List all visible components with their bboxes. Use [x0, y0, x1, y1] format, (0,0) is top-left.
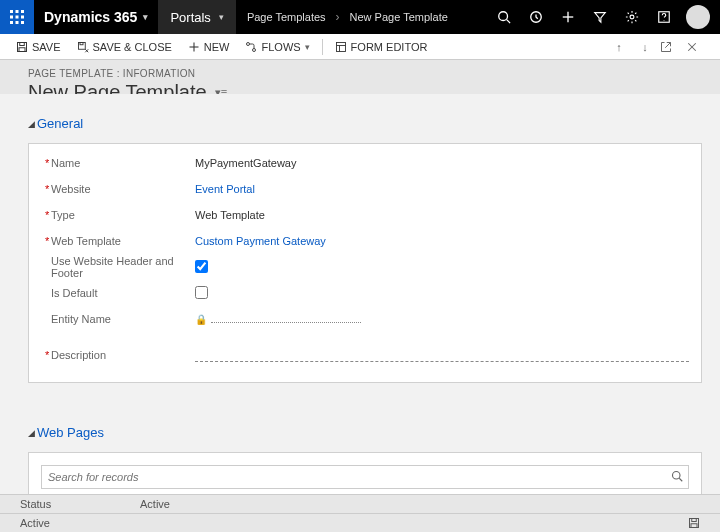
svg-rect-4	[16, 16, 19, 19]
recent-button[interactable]	[520, 0, 552, 34]
svg-rect-1	[16, 10, 19, 13]
field-description-label: Description	[45, 349, 195, 361]
use-hf-checkbox[interactable]	[195, 260, 208, 273]
help-button[interactable]	[648, 0, 680, 34]
command-bar: SAVE SAVE & CLOSE NEW FLOWS ▾ FORM EDITO…	[0, 34, 720, 60]
breadcrumb-current: New Page Template	[340, 11, 458, 23]
command-bar-right: ↑ ↓	[608, 41, 712, 53]
svg-line-32	[679, 478, 682, 481]
chevron-down-icon: ▾	[305, 42, 310, 52]
nav-down-button[interactable]: ↓	[634, 41, 656, 53]
webpages-search	[41, 465, 689, 489]
status-value: Active	[140, 498, 170, 510]
svg-rect-26	[336, 42, 345, 51]
form-body: ◢ General Name MyPaymentGateway Website …	[0, 94, 720, 494]
new-label: NEW	[204, 41, 230, 53]
field-type: Type Web Template	[41, 202, 689, 228]
field-is-default-label: Is Default	[45, 287, 195, 299]
field-web-template: Web Template Custom Payment Gateway	[41, 228, 689, 254]
area-tab-label: Portals	[170, 10, 210, 25]
field-is-default: Is Default	[41, 280, 689, 306]
svg-rect-35	[691, 524, 697, 528]
form-editor-label: FORM EDITOR	[351, 41, 428, 53]
svg-rect-19	[19, 47, 25, 51]
footer-save-button[interactable]	[688, 517, 700, 529]
chevron-down-icon: ▾	[219, 12, 224, 22]
search-button[interactable]	[488, 0, 520, 34]
app-launcher-button[interactable]	[0, 0, 34, 34]
status-row: Status Active	[0, 494, 720, 513]
save-and-close-button[interactable]: SAVE & CLOSE	[69, 41, 180, 53]
divider	[322, 39, 323, 55]
breadcrumb-parent[interactable]: Page Templates	[237, 11, 336, 23]
svg-rect-8	[21, 21, 24, 24]
svg-point-15	[630, 15, 634, 19]
active-row: Active	[0, 513, 720, 532]
close-button[interactable]	[686, 41, 708, 53]
settings-button[interactable]	[616, 0, 648, 34]
field-website: Website Event Portal	[41, 176, 689, 202]
field-type-value[interactable]: Web Template	[195, 209, 689, 221]
field-description-value[interactable]	[195, 348, 689, 362]
field-description: Description	[41, 342, 689, 368]
svg-rect-3	[10, 16, 13, 19]
save-label: SAVE	[32, 41, 61, 53]
svg-marker-14	[595, 13, 606, 23]
field-web-template-label: Web Template	[45, 235, 195, 247]
svg-rect-5	[21, 16, 24, 19]
global-nav-left: Dynamics 365 ▾ Portals ▾ Page Templates …	[0, 0, 458, 34]
global-nav-right	[488, 0, 720, 34]
filter-button[interactable]	[584, 0, 616, 34]
svg-rect-2	[21, 10, 24, 13]
chevron-down-icon: ▾	[143, 12, 148, 22]
svg-point-31	[673, 471, 681, 479]
section-general-header[interactable]: ◢ General	[28, 112, 702, 135]
field-website-value[interactable]: Event Portal	[195, 183, 689, 195]
svg-rect-21	[80, 42, 83, 44]
popout-button[interactable]	[660, 41, 682, 53]
search-icon[interactable]	[666, 470, 688, 485]
field-entity-name: Entity Name 🔒	[41, 306, 689, 332]
save-close-label: SAVE & CLOSE	[93, 41, 172, 53]
svg-point-24	[247, 42, 250, 45]
section-general: Name MyPaymentGateway Website Event Port…	[28, 143, 702, 383]
brand-menu[interactable]: Dynamics 365 ▾	[34, 9, 158, 25]
field-website-label: Website	[45, 183, 195, 195]
status-label: Status	[20, 498, 140, 510]
area-tab-portals[interactable]: Portals ▾	[158, 0, 235, 34]
form-editor-button[interactable]: FORM EDITOR	[327, 41, 436, 53]
lock-icon: 🔒	[195, 314, 207, 325]
status-footer: Status Active Active	[0, 494, 720, 532]
svg-line-10	[507, 20, 511, 24]
section-webpages-label: Web Pages	[37, 425, 104, 440]
collapse-icon: ◢	[28, 119, 35, 129]
svg-rect-7	[16, 21, 19, 24]
save-button[interactable]: SAVE	[8, 41, 69, 53]
global-nav: Dynamics 365 ▾ Portals ▾ Page Templates …	[0, 0, 720, 34]
is-default-checkbox[interactable]	[195, 286, 208, 299]
add-button[interactable]	[552, 0, 584, 34]
field-is-default-value	[195, 286, 689, 301]
avatar[interactable]	[686, 5, 710, 29]
collapse-icon: ◢	[28, 428, 35, 438]
section-general-label: General	[37, 116, 83, 131]
field-name: Name MyPaymentGateway	[41, 150, 689, 176]
section-webpages-header[interactable]: ◢ Web Pages	[28, 421, 702, 444]
webpages-search-input[interactable]	[42, 471, 666, 483]
svg-rect-18	[20, 42, 25, 45]
field-web-template-value[interactable]: Custom Payment Gateway	[195, 235, 689, 247]
flows-button[interactable]: FLOWS ▾	[237, 41, 317, 53]
svg-point-25	[253, 48, 256, 51]
active-label: Active	[20, 517, 140, 529]
field-use-hf-value	[195, 260, 689, 275]
nav-up-button[interactable]: ↑	[608, 41, 630, 53]
field-name-label: Name	[45, 157, 195, 169]
field-name-value[interactable]: MyPaymentGateway	[195, 157, 689, 169]
flows-label: FLOWS	[261, 41, 300, 53]
header-supertitle: PAGE TEMPLATE : INFORMATION	[28, 68, 700, 79]
field-entity-name-value: 🔒	[195, 313, 375, 325]
new-button[interactable]: NEW	[180, 41, 238, 53]
field-entity-name-label: Entity Name	[45, 313, 195, 325]
brand-text: Dynamics 365	[44, 9, 137, 25]
svg-rect-0	[10, 10, 13, 13]
